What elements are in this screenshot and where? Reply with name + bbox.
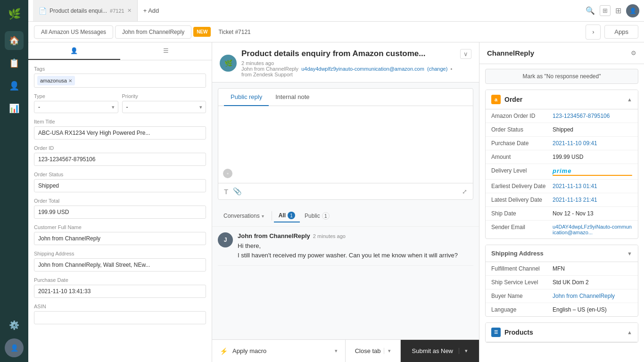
shipping-address-input[interactable] <box>34 258 206 272</box>
breadcrumb-bar: All Amazon US Messages John from Channel… <box>28 22 644 42</box>
purchase-date-input[interactable] <box>34 285 206 298</box>
purchase-date-label: Purchase Date <box>34 277 206 283</box>
list-icon: ☰ <box>163 47 169 54</box>
order-total-label: Order Total <box>34 198 206 204</box>
order-row-id: Amazon Order ID 123-1234567-8795106 <box>486 109 638 123</box>
close-tab-chevron-icon[interactable]: ▾ <box>384 348 391 354</box>
nav-avatar[interactable]: 👤 <box>5 338 24 357</box>
customer-name-label: Customer Full Name <box>34 224 206 230</box>
right-panel-body: Mark as "No response needed" a Order ▲ A… <box>479 64 644 362</box>
order-status-input[interactable] <box>34 179 206 192</box>
item-title-label: Item Title <box>34 119 206 124</box>
order-id-field: Order ID <box>34 145 206 166</box>
left-tab-person[interactable]: 👤 <box>28 42 120 60</box>
reply-editor: + <box>218 106 473 183</box>
tag-text: amazonusa <box>40 78 67 83</box>
order-id-input[interactable] <box>34 153 206 166</box>
internal-note-tab[interactable]: Internal note <box>269 89 316 106</box>
left-panel-body: Tags amazonusa ✕ Type - <box>28 60 212 362</box>
apps-grid-icon[interactable]: ⊞ <box>615 6 621 15</box>
nav-reports[interactable]: 📊 <box>5 99 24 118</box>
change-link[interactable]: (change) <box>427 66 447 72</box>
right-panel-settings-icon[interactable]: ⚙ <box>631 49 636 57</box>
order-row-language: Language English – US (en-US) <box>486 303 638 316</box>
nav-home[interactable]: 🏠 <box>5 31 24 50</box>
ship-date-value: Nov 12 - Nov 13 <box>553 210 632 217</box>
latest-delivery-value[interactable]: 2021-11-13 21:41 <box>553 197 632 203</box>
priority-select[interactable]: - <box>122 101 206 113</box>
breadcrumb-customer[interactable]: John from ChannelReply <box>115 25 191 39</box>
order-total-input[interactable] <box>34 206 206 219</box>
language-key: Language <box>491 306 553 313</box>
public-reply-tab[interactable]: Public reply <box>224 89 269 106</box>
conversation-meta: 2 minutes ago John from ChannelReply u4d… <box>241 60 460 77</box>
order-row-purchase-date: Purchase Date 2021-11-10 09:41 <box>486 137 638 150</box>
reply-avatar-indicator: + <box>223 169 232 178</box>
attachment-icon[interactable]: 📎 <box>233 187 242 196</box>
no-response-btn[interactable]: Mark as "No response needed" <box>485 69 638 84</box>
apply-macro-btn[interactable]: ⚡ Apply macro ▾ <box>212 340 346 362</box>
search-icon[interactable]: 🔍 <box>586 6 595 15</box>
sender-avatar: 🌿 <box>220 55 237 72</box>
text-format-icon[interactable]: T <box>224 188 228 196</box>
filter-all-active[interactable]: All 1 <box>274 209 300 222</box>
breadcrumb-all-messages[interactable]: All Amazon US Messages <box>34 25 113 39</box>
nav-tickets[interactable]: 📋 <box>5 54 24 73</box>
tag-amazonusa: amazonusa ✕ <box>37 76 75 85</box>
tag-remove-btn[interactable]: ✕ <box>68 78 72 83</box>
add-tab-btn[interactable]: + Add <box>138 7 165 14</box>
amazon-logo: a <box>491 95 501 104</box>
order-row-delivery-level: Delivery Level prime <box>486 164 638 180</box>
submit-as-new-btn[interactable]: Submit as New ▾ <box>401 340 479 362</box>
products-icon: ☰ <box>491 328 501 337</box>
conversation-collapse-btn[interactable]: ∨ <box>460 49 471 59</box>
filter-public[interactable]: Public 1 <box>300 210 334 222</box>
nav-sidebar: 🌿 🏠 📋 👤 📊 ⚙️ 👤 <box>0 0 28 362</box>
buyer-name-value[interactable]: John from ChannelReply <box>553 293 632 299</box>
order-row-sender-email: Sender Email u4DAY4dwpLFz9yiNauto-commun… <box>486 221 638 239</box>
apps-button[interactable]: Apps <box>604 25 638 39</box>
breadcrumb-ticket[interactable]: Ticket #7121 <box>212 26 257 38</box>
shipping-address-title: Shipping Address <box>491 250 544 257</box>
grid-icon[interactable]: ⊞ <box>600 5 611 16</box>
breadcrumb-arrow-btn[interactable]: › <box>586 25 601 40</box>
type-select[interactable]: - <box>34 101 118 113</box>
message-text: Hi there, I still haven't received my po… <box>238 241 473 260</box>
expand-icon[interactable]: ⤢ <box>462 188 467 195</box>
tab-close-btn[interactable]: ✕ <box>127 8 132 14</box>
app-logo: 🌿 <box>5 5 24 24</box>
sender-email-value[interactable]: u4DAY4dwpLFz9yiNauto-communication@amazo… <box>553 224 632 235</box>
item-title-input[interactable] <box>34 126 206 140</box>
earliest-delivery-key: Earliest Delivery Date <box>491 183 553 189</box>
order-row-status: Order Status Shipped <box>486 123 638 137</box>
from-email-link[interactable]: u4day4dwplfz9yinauto-communication@amazo… <box>301 66 424 72</box>
submit-chevron-icon[interactable]: ▾ <box>459 348 468 354</box>
purchase-date-value[interactable]: 2021-11-10 09:41 <box>553 140 632 147</box>
asin-input[interactable] <box>34 311 206 324</box>
amount-value: 199.99 USD <box>553 154 632 160</box>
macro-chevron-icon[interactable]: ▾ <box>335 348 338 354</box>
products-section-header[interactable]: ☰ Products ▲ <box>486 323 638 342</box>
active-tab[interactable]: 📄 Product details enqui... #7121 ✕ <box>33 0 138 21</box>
customer-name-input[interactable] <box>34 232 206 245</box>
order-id-value[interactable]: 123-1234567-8795106 <box>553 113 632 119</box>
nav-users[interactable]: 👤 <box>5 76 24 95</box>
reply-input[interactable] <box>224 111 467 177</box>
shipping-section-header[interactable]: Shipping Address ▼ <box>486 245 638 262</box>
ship-service-value: Std UK Dom 2 <box>553 279 632 286</box>
left-tab-list[interactable]: ☰ <box>120 42 212 60</box>
order-section-header[interactable]: a Order ▲ <box>486 90 638 109</box>
tags-container[interactable]: amazonusa ✕ <box>34 74 206 88</box>
nav-settings[interactable]: ⚙️ <box>5 316 24 335</box>
close-tab-btn[interactable]: Close tab ▾ <box>346 340 401 362</box>
earliest-delivery-value[interactable]: 2021-11-13 01:41 <box>553 183 632 189</box>
type-label: Type <box>34 93 118 99</box>
user-avatar[interactable]: 👤 <box>626 4 639 17</box>
conversations-filter-btn[interactable]: Conversations ▾ <box>218 210 270 222</box>
order-status-value: Shipped <box>553 126 632 133</box>
conversation-filters: Conversations ▾ All 1 Public 1 <box>212 206 479 227</box>
order-row-buyer-name: Buyer Name John from ChannelReply <box>486 289 638 303</box>
customer-name-field: Customer Full Name <box>34 224 206 245</box>
order-status-field: Order Status <box>34 172 206 192</box>
shipping-section: Shipping Address ▼ Fulfillment Channel M… <box>485 245 638 317</box>
